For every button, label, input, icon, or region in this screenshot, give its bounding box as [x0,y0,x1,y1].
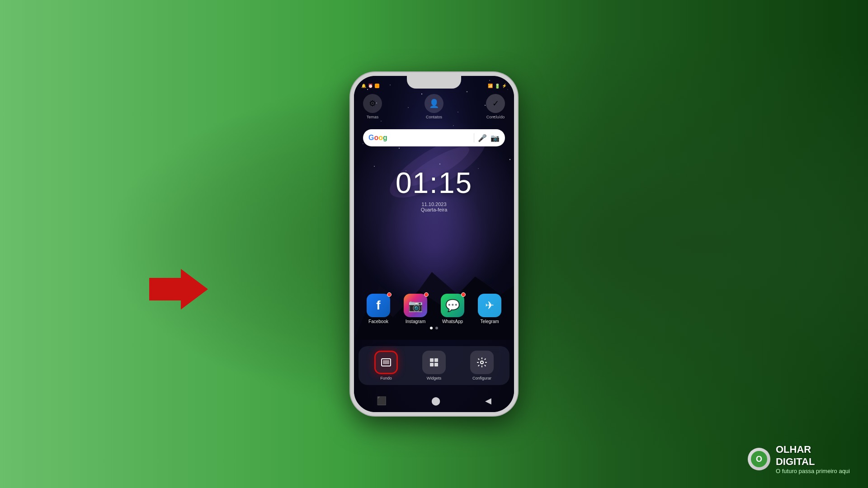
widgets-button[interactable]: Widgets [422,351,446,380]
telegram-app[interactable]: ✈ Telegram [474,294,505,324]
facebook-icon: f [367,294,390,317]
themes-button[interactable]: ⚙ Temas [363,94,382,119]
themes-label: Temas [367,115,379,119]
whatsapp-app[interactable]: 💬 WhatsApp [437,294,468,324]
svg-rect-35 [430,363,434,366]
bottom-dock: Fundo Widgets [359,346,509,385]
contacts-button[interactable]: 👤 Contatos [425,94,443,119]
done-label: Concluído [486,115,505,119]
facebook-badge [387,292,392,297]
phone-frame: 🔔 ⏰ 📶 🔋 ⚡ ⚙ Temas 👤 Contatos ✓ Conc [350,72,518,416]
svg-marker-0 [149,269,208,310]
status-right: 📶 🔋 ⚡ [488,84,507,89]
phone-screen: 🔔 ⏰ 📶 🔋 ⚡ ⚙ Temas 👤 Contatos ✓ Conc [354,76,514,412]
dot-1 [430,327,433,329]
lens-icon[interactable]: 📷 [491,134,500,142]
svg-point-17 [363,143,363,144]
clock-date: 11.10.2023 [354,202,514,207]
themes-icon: ⚙ [363,94,382,113]
notification-icon: 🔔 [361,84,366,88]
configurar-icon [470,351,494,374]
alarm-icon: ⏰ [368,84,373,88]
search-divider [474,133,474,142]
status-dot [375,84,379,88]
google-logo: Goog [368,134,387,142]
whatsapp-icon: 💬 [441,294,464,317]
done-icon: ✓ [486,94,505,113]
nav-back-button[interactable]: ◀ [485,396,491,406]
phone-notch [407,76,461,89]
contacts-label: Contatos [426,115,442,119]
wifi-icon: 📶 [488,84,493,88]
instagram-badge [424,292,429,297]
svg-point-15 [453,125,453,126]
clock-widget: 01:15 11.10.2023 Quarta-feira [354,166,514,212]
page-dots [354,327,514,329]
telegram-icon: ✈ [478,294,501,317]
configurar-label: Configurar [472,376,491,380]
telegram-label: Telegram [480,319,499,324]
svg-rect-36 [434,363,438,366]
svg-rect-33 [430,358,434,362]
status-left: 🔔 ⏰ [361,84,379,88]
configurar-button[interactable]: Configurar [470,351,494,380]
svg-text:O: O [756,455,762,464]
svg-point-13 [381,121,382,122]
svg-point-26 [509,159,510,160]
search-bar[interactable]: Goog 🎤 📷 [363,129,505,146]
clock-time: 01:15 [354,166,514,200]
instagram-icon: 📷 [404,294,427,317]
instagram-app[interactable]: 📷 Instagram [400,294,431,324]
instagram-label: Instagram [406,319,425,324]
dot-2 [435,327,438,329]
fundo-label: Fundo [380,376,392,380]
widgets-label: Widgets [427,376,442,380]
charging-icon: ⚡ [502,84,507,88]
red-arrow [149,269,208,311]
svg-point-37 [481,361,483,364]
svg-rect-32 [383,360,389,364]
nav-bar: ⬛ ⬤ ◀ [354,396,514,406]
watermark-tagline: O futuro passa primeiro aqui [776,468,850,474]
facebook-app[interactable]: f Facebook [363,294,394,324]
svg-point-18 [399,148,400,149]
microphone-icon[interactable]: 🎤 [478,134,487,142]
app-grid: f Facebook 📷 Instagram 💬 WhatsApp [354,294,514,324]
facebook-label: Facebook [368,319,388,324]
fundo-icon [374,351,398,374]
whatsapp-label: WhatsApp [442,319,463,324]
fundo-button[interactable]: Fundo [374,351,398,380]
widgets-icon [422,351,446,374]
nav-square-button[interactable]: ⬛ [377,396,387,406]
nav-home-button[interactable]: ⬤ [431,396,440,406]
top-icons-row: ⚙ Temas 👤 Contatos ✓ Concluído [354,94,514,119]
contacts-icon: 👤 [425,94,443,113]
watermark-text-block: OLHARDIGITAL O futuro passa primeiro aqu… [776,444,850,474]
battery-icon: 🔋 [495,84,500,89]
watermark-logo: O [748,448,770,470]
watermark: O OLHARDIGITAL O futuro passa primeiro a… [748,444,850,474]
svg-rect-34 [434,358,438,362]
done-button[interactable]: ✓ Concluído [486,94,505,119]
watermark-brand: OLHARDIGITAL [776,444,850,468]
clock-day: Quarta-feira [354,207,514,212]
whatsapp-badge [461,292,466,297]
